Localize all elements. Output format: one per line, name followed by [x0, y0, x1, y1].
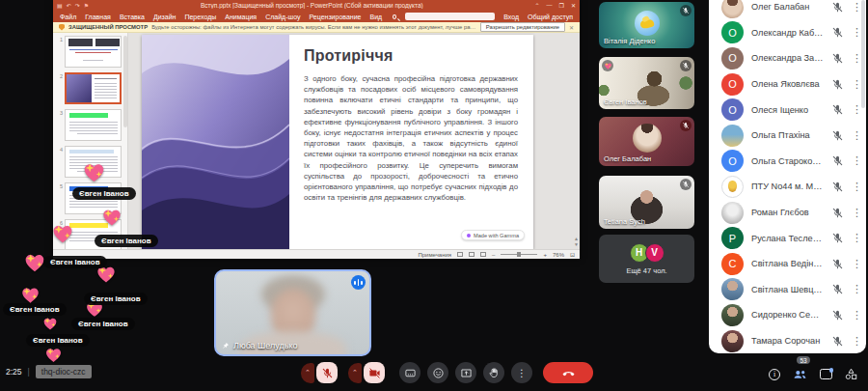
tile-name-label: Люба Шелудько	[222, 341, 298, 350]
view-slideshow-icon[interactable]	[480, 252, 486, 257]
slide-wave-image	[142, 35, 289, 249]
tab-insert[interactable]: Вставка	[120, 14, 145, 20]
more-options-button[interactable]: ⋮	[852, 1, 859, 14]
pin-icon	[222, 342, 230, 349]
more-options-button[interactable]: ⋮	[852, 258, 859, 270]
more-options-button[interactable]: ⋮	[852, 309, 859, 321]
gamma-badge: Made with Gamma	[461, 230, 525, 240]
more-options-button[interactable]: ⋮	[852, 232, 859, 244]
participants-panel: Олег Балабан⋮ООлександр Кабушка⋮ООлексан…	[709, 0, 866, 353]
slide-body-text: З одного боку, сучасна професійна підгот…	[304, 73, 518, 203]
banner-close-icon[interactable]: ✕	[569, 24, 574, 31]
signin-link[interactable]: Вход	[503, 14, 519, 20]
ppt-status-bar: Примечания – + 76% ⊡	[53, 249, 580, 259]
chat-button[interactable]	[820, 369, 832, 379]
save-icon[interactable]: ▤	[57, 2, 63, 9]
tab-review[interactable]: Рецензирование	[309, 14, 361, 20]
zoom-out-icon[interactable]: –	[492, 252, 495, 258]
restore-icon[interactable]: ❐	[559, 2, 564, 9]
zoom-slider[interactable]	[501, 254, 537, 255]
tab-slideshow[interactable]: Слайд-шоу	[265, 14, 300, 20]
enable-editing-button[interactable]: Разрешить редактирование	[480, 22, 565, 32]
more-options-button[interactable]: ⋮	[852, 78, 859, 91]
participant-name: Ольга Старокожко	[751, 156, 824, 166]
tile-name: Олег Балабан	[604, 154, 651, 163]
participant-row: Ольга Птахіна⋮	[709, 123, 866, 149]
tellme-search-input[interactable]	[405, 13, 495, 20]
more-options-button[interactable]: ⋮	[852, 103, 859, 116]
mic-off-button[interactable]	[316, 362, 338, 383]
participant-count-badge: 53	[797, 356, 810, 364]
participant-name: Світлана Ведінєєва	[751, 259, 824, 268]
video-filmstrip: Віталія Діденко Євген Іванов Олег Балаба…	[599, 2, 694, 283]
thumbnail-scrollbar[interactable]	[123, 36, 127, 127]
mic-off-icon	[831, 78, 844, 91]
view-sorter-icon[interactable]	[469, 252, 475, 257]
panel-scrollbar[interactable]	[861, 0, 865, 108]
video-tile[interactable]: Євген Іванов	[599, 57, 694, 109]
meeting-details-button[interactable]: i	[769, 369, 780, 380]
tab-view[interactable]: Вид	[370, 14, 383, 20]
slide-scroll-buttons[interactable]: ▲▼	[574, 236, 579, 247]
zoom-level[interactable]: 76%	[553, 252, 564, 258]
participant-row: Сидоренко Сергій Юрі...⋮	[709, 302, 866, 328]
tile-name: Євген Іванов	[604, 98, 647, 106]
protected-view-banner: ЗАЩИЩЕННЫЙ ПРОСМОТР Будьте осторожны: фа…	[53, 22, 580, 33]
reaction-sender-label: Євген Іванов	[95, 235, 158, 247]
reactions-button[interactable]	[427, 362, 448, 383]
tile-name: Tetiana Sych	[604, 217, 645, 226]
participant-name: Тамара Сорочан	[751, 336, 824, 346]
more-options-button[interactable]: ⋮	[852, 181, 859, 193]
notes-button[interactable]: Примечания	[418, 252, 451, 258]
mic-off-icon	[831, 52, 844, 65]
more-options-button[interactable]: ⋮	[852, 26, 859, 39]
redo-icon[interactable]: ↷	[75, 2, 80, 9]
tab-home[interactable]: Главная	[85, 14, 111, 20]
activities-button[interactable]	[844, 367, 858, 381]
participant-avatar	[721, 0, 744, 18]
tab-design[interactable]: Дизайн	[153, 14, 176, 20]
more-options-button[interactable]: ⋮	[852, 283, 859, 295]
slide-thumbnail-selected[interactable]: 2	[55, 72, 124, 104]
present-screen-button[interactable]	[455, 362, 476, 383]
raise-hand-button[interactable]	[483, 362, 504, 383]
close-icon[interactable]: ✕	[571, 2, 576, 9]
captions-button[interactable]	[399, 362, 420, 383]
end-call-button[interactable]	[543, 362, 593, 383]
more-participants-label: Ещё 47 чол.	[626, 266, 666, 275]
tile-name: Люба Шелудько	[233, 341, 298, 350]
more-options-button[interactable]: ⋮	[852, 129, 859, 142]
video-tile[interactable]: Віталія Діденко	[599, 2, 694, 48]
fit-slide-icon[interactable]: ⊡	[570, 251, 575, 258]
more-options-button[interactable]: ⋮	[852, 207, 859, 219]
camera-off-button[interactable]	[364, 362, 385, 383]
participant-row: ООльга Старокожко⋮	[709, 149, 866, 175]
slide-thumbnail[interactable]: 3	[55, 109, 124, 141]
tab-animations[interactable]: Анимация	[225, 14, 257, 20]
undo-icon[interactable]: ↶	[67, 2, 71, 9]
overflow-tile[interactable]: H V Ещё 47 чол.	[599, 235, 694, 283]
slide-title: Протиріччя	[304, 47, 518, 65]
slide-thumbnail[interactable]: 1	[55, 36, 124, 68]
participants-button[interactable]: 53	[792, 366, 808, 382]
video-tile[interactable]: Tetiana Sych	[599, 176, 694, 229]
tab-file[interactable]: Файл	[60, 14, 76, 20]
participant-avatar: Р	[721, 227, 744, 249]
camera-options-chevron[interactable]: ⌃	[348, 363, 362, 383]
minimize-icon[interactable]: —	[547, 2, 553, 9]
more-options-button[interactable]: ⋮	[511, 362, 532, 383]
share-button[interactable]: Общий доступ	[528, 14, 573, 20]
zoom-in-icon[interactable]: +	[543, 252, 547, 258]
view-normal-icon[interactable]	[457, 252, 463, 257]
more-options-button[interactable]: ⋮	[852, 154, 859, 167]
ribbon-options-icon[interactable]: ⌃	[535, 2, 540, 9]
more-options-button[interactable]: ⋮	[852, 52, 859, 65]
mic-options-chevron[interactable]: ⌃	[301, 363, 314, 383]
active-speaker-tile[interactable]: Люба Шелудько	[214, 269, 371, 356]
participant-name: Сидоренко Сергій Юрі...	[751, 310, 824, 320]
video-tile[interactable]: Олег Балабан	[599, 117, 694, 166]
more-options-button[interactable]: ⋮	[852, 335, 859, 348]
tab-transitions[interactable]: Переходы	[184, 14, 216, 20]
flag-icon[interactable]: ⚑	[84, 2, 89, 9]
call-controls: ⌃ ⌃ ⋮	[301, 362, 593, 383]
